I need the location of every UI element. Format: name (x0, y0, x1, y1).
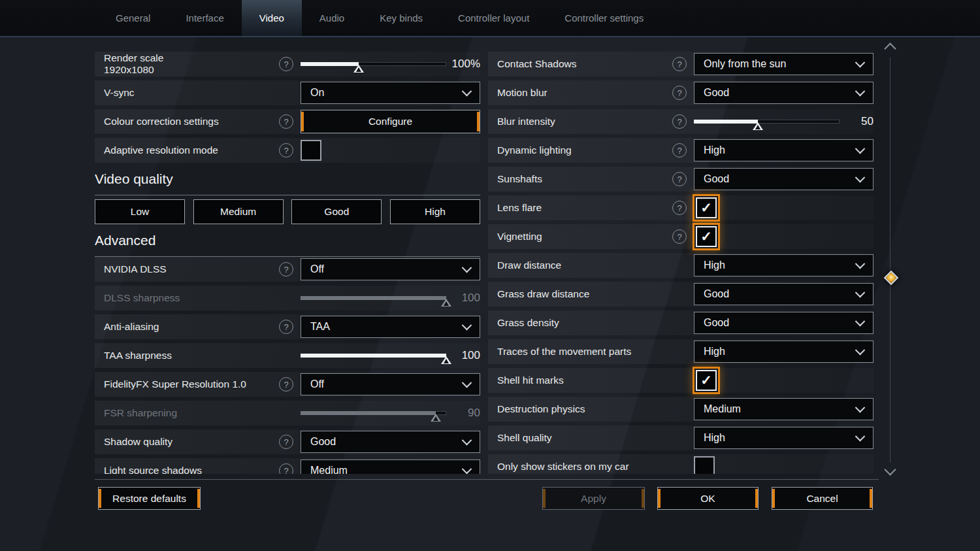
slider-track[interactable] (301, 354, 446, 358)
setting-label: Render scale 1920x1080 (104, 52, 279, 76)
contact-shadows-dropdown[interactable]: Only from the sun (694, 53, 874, 75)
dropdown-value: Off (310, 378, 324, 390)
shell-hit-marks-checkbox[interactable]: ✓ (696, 370, 717, 391)
slider-value: 100% (446, 58, 480, 71)
help-icon[interactable]: ? (279, 320, 293, 334)
dropdown-value: TAA (310, 321, 330, 333)
tab-controller-settings[interactable]: Controller settings (547, 0, 661, 36)
grass-density-dropdown[interactable]: Good (694, 312, 874, 334)
control-area: High (694, 253, 874, 278)
control-area: 100 (301, 286, 480, 310)
slider-handle[interactable] (753, 122, 763, 130)
tab-video[interactable]: Video (242, 0, 302, 36)
control-area: Good (694, 167, 874, 192)
tab-controller-layout[interactable]: Controller layout (440, 0, 547, 36)
tab-key-binds[interactable]: Key binds (362, 0, 440, 36)
ok-button[interactable]: OK (657, 487, 759, 510)
slider-handle[interactable] (441, 356, 451, 364)
help-icon[interactable]: ? (672, 143, 687, 158)
stickers-checkbox[interactable] (694, 456, 715, 474)
section-title: Advanced (95, 233, 155, 248)
control-area: Good (694, 282, 874, 307)
shadow-quality-dropdown[interactable]: Good (301, 431, 480, 453)
light-source-shadows-dropdown[interactable]: Medium (301, 459, 480, 474)
help-icon[interactable]: ? (672, 229, 687, 244)
footer-divider (95, 479, 879, 480)
v-sync-dropdown[interactable]: On (301, 82, 480, 104)
blur-intensity-slider[interactable] (694, 109, 840, 134)
traces-movement-parts-dropdown[interactable]: High (694, 341, 874, 363)
slider-fill (694, 120, 758, 124)
fidelityfx-dropdown[interactable]: Off (301, 373, 480, 395)
shell-quality-dropdown[interactable]: High (694, 427, 874, 449)
check-icon: ✓ (700, 200, 712, 216)
help-icon[interactable]: ? (279, 262, 293, 276)
draw-distance-label: Draw distance (497, 259, 694, 271)
cancel-button[interactable]: Cancel (772, 487, 873, 510)
chevron-down-icon (855, 344, 866, 355)
grass-draw-distance-dropdown[interactable]: Good (694, 283, 874, 305)
destruction-physics-dropdown[interactable]: Medium (694, 398, 874, 420)
adaptive-resolution-checkbox[interactable] (301, 140, 321, 161)
slider-track[interactable] (694, 120, 840, 124)
render-scale-slider[interactable] (301, 52, 446, 76)
tab-interface[interactable]: Interface (168, 0, 241, 36)
help-icon[interactable]: ? (672, 86, 687, 100)
scrollbar-track[interactable] (890, 58, 890, 463)
motion-blur-dropdown[interactable]: Good (694, 82, 874, 104)
help-icon[interactable]: ? (279, 114, 293, 129)
video-quality-high-button[interactable]: High (390, 199, 480, 224)
chevron-down-icon (462, 435, 472, 445)
help-icon[interactable]: ? (672, 57, 687, 71)
vignetting-label: Vignetting (497, 231, 672, 242)
draw-distance-dropdown[interactable]: High (694, 254, 874, 276)
video-quality-good-button[interactable]: Good (291, 199, 382, 224)
dlss-sharpness-label: DLSS sharpness (104, 292, 301, 304)
help-icon[interactable]: ? (672, 114, 687, 129)
taa-sharpness-label: TAA sharpness (104, 350, 301, 361)
sunshafts-dropdown[interactable]: Good (694, 168, 874, 190)
setting-row-lens-flare: Lens flare ? ✓ (488, 195, 874, 220)
help-icon[interactable]: ? (672, 201, 687, 215)
setting-row-v-sync: V-sync On (95, 80, 480, 105)
anti-aliasing-dropdown[interactable]: TAA (301, 316, 480, 338)
help-icon[interactable]: ? (672, 172, 687, 186)
sunshafts-label: Sunshafts (497, 173, 672, 185)
settings-content: Render scale 1920x1080 ? 100% (0, 37, 980, 551)
dropdown-value: Only from the sun (704, 58, 786, 70)
setting-row-colour-correction: Colour correction settings ? Configure (95, 109, 480, 134)
dropdown-value: High (704, 346, 725, 358)
slider-track[interactable] (301, 62, 446, 66)
section-video-quality: Video quality (95, 167, 480, 195)
tab-general[interactable]: General (98, 0, 168, 36)
restore-defaults-button[interactable]: Restore defaults (98, 487, 201, 510)
apply-button[interactable]: Apply (542, 487, 645, 510)
slider-handle[interactable] (353, 65, 364, 73)
fidelityfx-label: FidelityFX Super Resolution 1.0 (104, 378, 279, 390)
video-quality-medium-button[interactable]: Medium (193, 199, 284, 224)
video-quality-low-button[interactable]: Low (95, 199, 185, 224)
light-source-shadows-label: Light source shadows (104, 465, 279, 474)
video-quality-buttons: Low Medium Good High (95, 199, 480, 224)
nvidia-dlss-dropdown[interactable]: Off (301, 258, 480, 280)
control-area: Off (301, 257, 480, 282)
help-icon[interactable]: ? (279, 57, 293, 71)
tab-audio[interactable]: Audio (302, 0, 362, 36)
setting-row-light-source-shadows: Light source shadows ? Medium (95, 458, 480, 474)
configure-button[interactable]: Configure (301, 110, 480, 133)
taa-sharpness-slider[interactable] (301, 343, 446, 368)
help-icon[interactable]: ? (279, 435, 293, 449)
help-icon[interactable]: ? (279, 463, 293, 474)
help-icon[interactable]: ? (279, 143, 293, 158)
help-icon[interactable]: ? (279, 377, 293, 392)
chevron-down-icon (462, 320, 472, 330)
lens-flare-checkbox[interactable]: ✓ (696, 197, 717, 218)
setting-row-destruction-physics: Destruction physics Medium (488, 397, 874, 422)
vignetting-checkbox[interactable]: ✓ (696, 226, 717, 247)
destruction-physics-label: Destruction physics (497, 403, 694, 415)
chevron-down-icon (462, 262, 472, 273)
setting-row-sunshafts: Sunshafts ? Good (488, 167, 874, 192)
blur-intensity-label: Blur intensity (497, 116, 672, 127)
dynamic-lighting-dropdown[interactable]: High (694, 139, 874, 161)
shadow-quality-label: Shadow quality (104, 436, 279, 448)
